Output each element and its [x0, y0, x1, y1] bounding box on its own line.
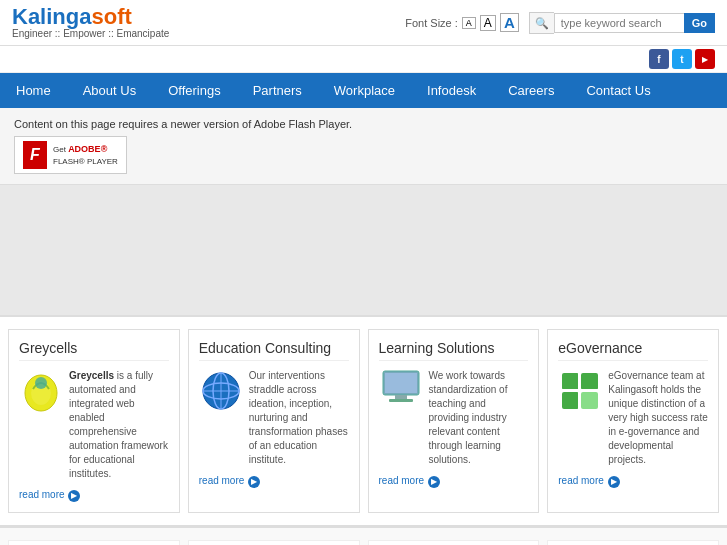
search-area: 🔍 Go: [529, 12, 715, 34]
font-size-controls: Font Size : A A A: [405, 13, 518, 32]
svg-rect-13: [581, 373, 598, 390]
svg-rect-9: [385, 373, 417, 393]
search-icon: 🔍: [535, 17, 549, 29]
card-greycells-body: Greycells is a fully automated and integ…: [19, 369, 169, 481]
card-learning: Learning Solutions We work towards stand…: [368, 329, 540, 513]
svg-rect-11: [389, 399, 413, 402]
logo[interactable]: Kalingasoft: [12, 6, 169, 28]
search-input[interactable]: [554, 13, 684, 33]
egovernance-read-more[interactable]: read more ▶: [558, 475, 708, 488]
tagline: Engineer :: Empower :: Emancipate: [12, 28, 169, 39]
svg-point-2: [35, 377, 47, 389]
social-bar: f t ▶: [0, 46, 727, 73]
go-button[interactable]: Go: [684, 13, 715, 33]
card-education-title: Education Consulting: [199, 340, 349, 361]
card-learning-text: We work towards standardization of teach…: [429, 369, 529, 467]
bottom-team: The Team Our team has rich variety and: [188, 540, 360, 545]
svg-rect-15: [581, 392, 598, 409]
font-small-button[interactable]: A: [462, 17, 476, 29]
font-medium-button[interactable]: A: [480, 15, 496, 31]
nav-item-careers[interactable]: Careers: [492, 73, 570, 108]
header-right: Font Size : A A A 🔍 Go: [405, 12, 715, 34]
banner-area: [0, 185, 727, 315]
egovernance-icon: [558, 369, 602, 413]
card-egovernance-title: eGovernance: [558, 340, 708, 361]
card-learning-title: Learning Solutions: [379, 340, 529, 361]
card-greycells-text: Greycells is a fully automated and integ…: [69, 369, 169, 481]
flash-label: Get ADOBE® FLASH® PLAYER: [53, 143, 118, 167]
education-read-more[interactable]: read more ▶: [199, 475, 349, 488]
search-icon-wrap: 🔍: [529, 12, 554, 34]
font-large-button[interactable]: A: [500, 13, 519, 32]
card-greycells-title: Greycells: [19, 340, 169, 361]
svg-rect-14: [562, 392, 579, 409]
get-text: Get: [53, 145, 68, 154]
nav-item-infodesk[interactable]: Infodesk: [411, 73, 492, 108]
card-egovernance-body: eGovernance team at Kalingasoft holds th…: [558, 369, 708, 467]
card-education: Education Consulting Our interventions s…: [188, 329, 360, 513]
nav-item-home[interactable]: Home: [0, 73, 67, 108]
flash-notice-text: Content on this page requires a newer ve…: [14, 118, 713, 130]
adobe-text: ADOBE®: [68, 144, 107, 154]
navigation: Home About Us Offerings Partners Workpla…: [0, 73, 727, 108]
font-size-label: Font Size :: [405, 17, 458, 29]
logo-kalinga: Kalinga: [12, 4, 91, 29]
logo-soft: soft: [91, 4, 131, 29]
card-greycells: Greycells Greycells is a fully automated…: [8, 329, 180, 513]
nav-item-partners[interactable]: Partners: [237, 73, 318, 108]
card-education-text: Our interventions straddle across ideati…: [249, 369, 349, 467]
bottom-partners: Our partners say "We do understand that …: [547, 540, 719, 545]
greycells-read-more[interactable]: read more ▶: [19, 489, 169, 502]
youtube-icon[interactable]: ▶: [695, 49, 715, 69]
nav-item-offerings[interactable]: Offerings: [152, 73, 237, 108]
nav-item-about-us[interactable]: About Us: [67, 73, 152, 108]
bottom-clients: Our Clients We are proud to share with y…: [368, 540, 540, 545]
learning-read-more[interactable]: read more ▶: [379, 475, 529, 488]
flash-player-text: FLASH® PLAYER: [53, 157, 118, 166]
card-egovernance: eGovernance eGovernance team at Kalingas…: [547, 329, 719, 513]
header: Kalingasoft Engineer :: Empower :: Emanc…: [0, 0, 727, 46]
twitter-icon[interactable]: t: [672, 49, 692, 69]
nav-item-contact-us[interactable]: Contact Us: [570, 73, 666, 108]
cards-section: Greycells Greycells is a fully automated…: [0, 315, 727, 527]
facebook-icon[interactable]: f: [649, 49, 669, 69]
flash-download-badge[interactable]: F Get ADOBE® FLASH® PLAYER: [14, 136, 127, 174]
bottom-section: Our Business NEW We are committed to par…: [0, 527, 727, 545]
flash-notice-area: Content on this page requires a newer ve…: [0, 108, 727, 185]
card-education-body: Our interventions straddle across ideati…: [199, 369, 349, 467]
card-egovernance-text: eGovernance team at Kalingasoft holds th…: [608, 369, 708, 467]
learning-icon: [379, 369, 423, 405]
greycells-icon: [19, 369, 63, 413]
svg-rect-12: [562, 373, 579, 390]
logo-area: Kalingasoft Engineer :: Empower :: Emanc…: [12, 6, 169, 39]
flash-icon: F: [23, 141, 47, 169]
card-learning-body: We work towards standardization of teach…: [379, 369, 529, 467]
nav-item-workplace[interactable]: Workplace: [318, 73, 411, 108]
education-icon: [199, 369, 243, 413]
bottom-business: Our Business NEW We are committed to par…: [8, 540, 180, 545]
svg-rect-10: [395, 395, 407, 399]
